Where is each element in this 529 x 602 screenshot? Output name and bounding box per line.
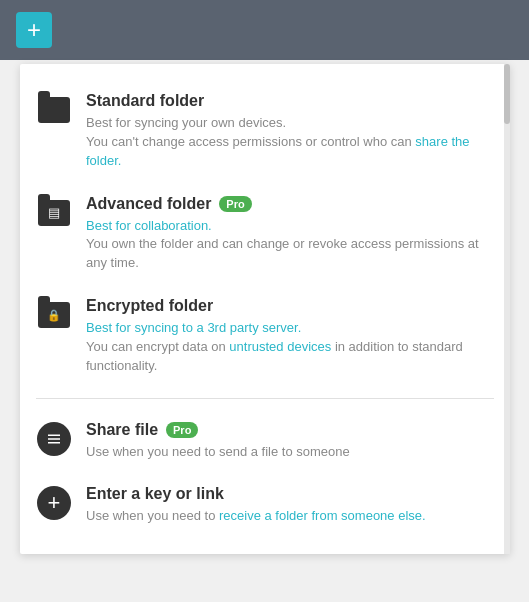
share-file-title-row: Share file Pro: [86, 421, 486, 439]
encrypted-folder-title-row: Encrypted folder: [86, 297, 486, 315]
menu-item-standard-folder[interactable]: Standard folder Best for syncing your ow…: [20, 80, 510, 183]
advanced-folder-title: Advanced folder: [86, 195, 211, 213]
folder-lock-icon: [38, 302, 70, 328]
share-file-icon: [37, 422, 71, 456]
standard-folder-icon-container: [36, 92, 72, 128]
share-file-content: Share file Pro Use when you need to send…: [86, 421, 486, 462]
share-file-desc: Use when you need to send a file to some…: [86, 443, 486, 462]
menu-item-advanced-folder[interactable]: Advanced folder Pro Best for collaborati…: [20, 183, 510, 286]
standard-folder-desc: Best for syncing your own devices. You c…: [86, 114, 486, 171]
enter-key-icon: +: [37, 486, 71, 520]
advanced-folder-content: Advanced folder Pro Best for collaborati…: [86, 195, 486, 274]
standard-folder-title: Standard folder: [86, 92, 204, 110]
standard-folder-content: Standard folder Best for syncing your ow…: [86, 92, 486, 171]
share-file-pro-badge: Pro: [166, 422, 198, 438]
top-bar: +: [0, 0, 529, 60]
encrypted-folder-desc: Best for syncing to a 3rd party server. …: [86, 319, 486, 376]
share-file-title: Share file: [86, 421, 158, 439]
standard-folder-title-row: Standard folder: [86, 92, 486, 110]
scrollbar[interactable]: [504, 64, 510, 554]
advanced-folder-desc: Best for collaboration. You own the fold…: [86, 217, 486, 274]
enter-key-icon-container: +: [36, 485, 72, 521]
enter-key-title-row: Enter a key or link: [86, 485, 486, 503]
scrollbar-thumb: [504, 64, 510, 124]
encrypted-folder-title: Encrypted folder: [86, 297, 213, 315]
menu-item-encrypted-folder[interactable]: Encrypted folder Best for syncing to a 3…: [20, 285, 510, 388]
encrypted-folder-icon-container: [36, 297, 72, 333]
menu-item-share-file[interactable]: Share file Pro Use when you need to send…: [20, 409, 510, 474]
add-button[interactable]: +: [16, 12, 52, 48]
plus-icon: +: [27, 18, 41, 42]
divider: [36, 398, 494, 399]
folder-advanced-icon: [38, 200, 70, 226]
advanced-folder-pro-badge: Pro: [219, 196, 251, 212]
enter-key-title: Enter a key or link: [86, 485, 224, 503]
encrypted-folder-content: Encrypted folder Best for syncing to a 3…: [86, 297, 486, 376]
advanced-folder-icon-container: [36, 195, 72, 231]
menu-item-enter-key[interactable]: + Enter a key or link Use when you need …: [20, 473, 510, 538]
dropdown-panel: Standard folder Best for syncing your ow…: [20, 64, 510, 554]
folder-icon: [38, 97, 70, 123]
share-file-icon-container: [36, 421, 72, 457]
enter-key-content: Enter a key or link Use when you need to…: [86, 485, 486, 526]
enter-key-desc: Use when you need to receive a folder fr…: [86, 507, 486, 526]
advanced-folder-title-row: Advanced folder Pro: [86, 195, 486, 213]
